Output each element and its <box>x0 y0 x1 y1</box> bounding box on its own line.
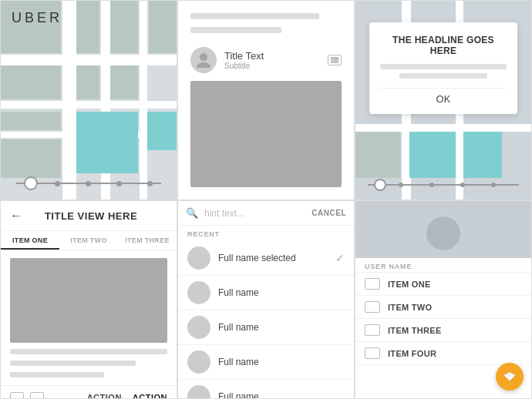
p3-slider-track[interactable] <box>368 184 519 186</box>
map-water <box>147 112 177 150</box>
dialog-line <box>399 73 488 79</box>
user-list-panel: USER NAME ITEM ONE ITEM TWO ITEM THREE I… <box>355 200 532 399</box>
bottom-icon-1 <box>10 392 24 399</box>
tab-item-three[interactable]: ITEM THREE <box>118 231 177 250</box>
tab-item-two[interactable]: ITEM TWO <box>59 231 118 250</box>
content-line <box>10 349 167 354</box>
item-icon <box>365 278 380 290</box>
map-water <box>409 132 456 178</box>
item-icon <box>365 324 380 336</box>
list-item-name: Full name selected <box>218 253 328 263</box>
svg-point-0 <box>200 53 207 61</box>
list-item[interactable]: Full name <box>178 276 354 310</box>
list-item[interactable]: ITEM THREE <box>355 319 531 342</box>
content-image <box>10 258 167 343</box>
list-item[interactable]: ITEM TWO <box>355 296 531 319</box>
avatar <box>187 385 210 399</box>
back-arrow-button[interactable]: ← <box>10 209 22 223</box>
map-block <box>1 65 61 99</box>
map-road <box>1 101 177 109</box>
map-road <box>140 1 147 200</box>
dialog-box: THE HEADLINE GOES HERE OK <box>369 22 517 114</box>
card-subtitle: Subtitle <box>224 62 320 70</box>
content-line <box>10 360 136 366</box>
uber-logo: UBER <box>12 10 62 26</box>
map-road <box>355 124 532 132</box>
page-title: TITLE VIEW HERE <box>30 210 167 222</box>
map-panel: UBER <box>0 0 177 200</box>
user-avatar <box>426 216 460 250</box>
list-item[interactable]: Full name selected ✓ <box>178 241 354 276</box>
p3-slider-dot <box>429 183 434 187</box>
item-name: ITEM TWO <box>388 303 432 312</box>
p3-slider-dot <box>491 183 496 187</box>
avatar <box>187 350 210 374</box>
tab-item-one[interactable]: ITEM ONE <box>1 231 59 250</box>
avatar <box>187 316 210 339</box>
card-panel: Title Text Subtitle <box>177 0 355 200</box>
slider-thumb[interactable] <box>24 176 38 190</box>
slider-dot <box>86 181 91 186</box>
list-item[interactable]: Full name <box>178 380 354 399</box>
slider-dot <box>55 181 60 186</box>
map-block <box>76 65 99 99</box>
map-block <box>76 1 99 53</box>
list-item[interactable]: ITEM ONE <box>355 273 531 296</box>
avatar <box>187 246 210 270</box>
map-block <box>110 65 138 99</box>
map-background <box>1 1 177 200</box>
cancel-button[interactable]: CANCEL <box>311 209 346 217</box>
dialog-headline: THE HEADLINE GOES HERE <box>380 35 507 56</box>
dialog-line <box>380 64 507 69</box>
dialog-ok-button[interactable]: OK <box>380 88 507 105</box>
action-button-1[interactable]: ACTION <box>87 393 122 399</box>
p3-slider-dot <box>399 183 403 187</box>
map-block <box>110 1 138 53</box>
slider-dot <box>116 181 122 186</box>
item-name: ITEM ONE <box>388 280 431 289</box>
item-icon <box>365 347 380 359</box>
map-road <box>1 55 177 65</box>
item-icon <box>365 301 380 313</box>
list-item[interactable]: Full name <box>178 345 354 380</box>
avatar <box>190 47 217 73</box>
bottom-bar: ACTION ACTION <box>1 385 177 399</box>
tab-panel: ← TITLE VIEW HERE ITEM ONE ITEM TWO ITEM… <box>0 200 177 399</box>
line-placeholder <box>190 13 319 19</box>
list-item-name: Full name <box>218 391 345 399</box>
item-name: ITEM FOUR <box>388 349 436 358</box>
search-input[interactable]: hint text... <box>204 208 305 219</box>
list-item-name: Full name <box>218 322 345 333</box>
map-block <box>1 112 61 130</box>
map-block <box>149 1 177 53</box>
image-placeholder <box>190 81 342 187</box>
image-icon <box>328 55 342 65</box>
list-item[interactable]: ITEM FOUR <box>355 342 531 365</box>
sketch-badge <box>496 363 524 391</box>
line-placeholder <box>190 27 281 33</box>
slider-dot <box>147 181 153 186</box>
action-button-2[interactable]: ACTION <box>133 393 167 399</box>
list-item-name: Full name <box>218 357 345 367</box>
content-line <box>10 372 104 377</box>
map-block <box>1 139 61 178</box>
p3-slider-dot <box>460 183 465 187</box>
map-road <box>62 1 76 200</box>
list-item[interactable]: Full name <box>178 310 354 345</box>
bottom-actions: ACTION ACTION <box>87 393 167 399</box>
bottom-icon-2 <box>30 392 44 399</box>
card-text: Title Text Subtitle <box>224 50 320 70</box>
list-item-name: Full name <box>218 287 345 298</box>
user-profile-area <box>355 201 531 258</box>
slider-track[interactable] <box>16 183 161 184</box>
recent-section-label: RECENT <box>178 226 354 241</box>
search-bar: 🔍 hint text... CANCEL <box>178 201 354 226</box>
p3-slider-thumb[interactable] <box>374 179 386 191</box>
avatar <box>187 281 210 304</box>
map-water <box>76 112 138 173</box>
search-panel: 🔍 hint text... CANCEL RECENT Full name s… <box>177 200 355 399</box>
content-area <box>1 250 177 385</box>
search-icon: 🔍 <box>186 207 198 219</box>
dialog-panel: THE HEADLINE GOES HERE OK <box>355 0 532 200</box>
item-name: ITEM THREE <box>388 326 442 335</box>
